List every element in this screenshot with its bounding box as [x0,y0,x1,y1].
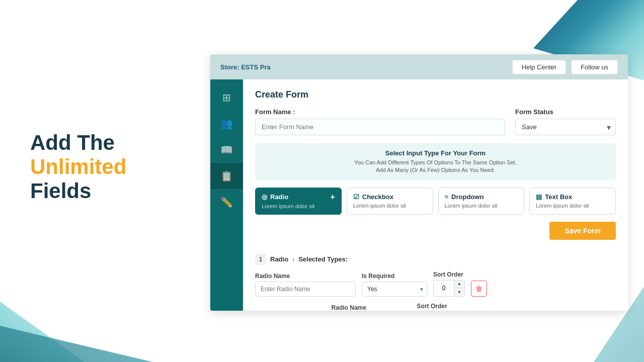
sort-order-group: Sort Order 0 ▲ ▼ [433,271,465,297]
textbox-card-title: ▤ Text Box [536,193,572,201]
trash-icon: 🗑 [475,285,482,293]
form-name-input[interactable] [255,119,505,135]
chevron-icon: › [292,256,294,263]
radio-name-group: Radio Name [255,273,356,297]
delete-field-button[interactable]: 🗑 [471,281,487,297]
dashboard-icon: ⊞ [222,92,231,104]
value-sort-order-label: Sort Order [417,303,449,310]
checkbox-icon: ☑ [353,193,359,201]
help-center-button[interactable]: Help Center [512,60,566,74]
form-status-group: Form Status Save [515,108,616,135]
main-area: ⊞ 👥 📖 📋 ✏️ Create Form Form Name : [210,79,628,311]
radio-name-field-input[interactable] [255,282,356,297]
dropdown-icon: ≡ [445,193,449,201]
sort-down-button[interactable]: ▼ [454,288,464,296]
follow-us-button[interactable]: Follow us [571,60,618,74]
dropdown-card-header: ≡ Dropdown [445,193,518,201]
dropdown-card-title: ≡ Dropdown [445,193,484,201]
value-radio-name-group: Radio Name [332,304,412,311]
dropdown-card-desc: Lorem ipsum dolor sit [445,203,518,209]
edit-icon: ✏️ [220,196,233,208]
form-header-row: Form Name : Form Status Save [255,108,616,135]
sidebar-item-catalog[interactable]: 📖 [210,137,243,163]
sidebar-item-forms[interactable]: 📋 [210,163,243,189]
is-required-group: Is Required Yes [362,273,427,297]
sidebar-item-users[interactable]: 👥 [210,111,243,137]
headline-line2: Unlimited [30,155,126,179]
sort-up-button[interactable]: ▲ [454,280,464,288]
radio-field-row: Radio Name Is Required Yes Sort Order 0 [255,271,616,297]
store-label: Store: ESTS Pra [220,63,271,71]
is-required-select-wrapper: Yes [362,282,427,297]
sort-arrows: ▲ ▼ [454,280,464,296]
headline: Add The Unlimited Fields [30,131,126,203]
radio-icon: ◎ [262,193,267,201]
radio-card-header: ◎ Radio + [262,193,335,201]
forms-icon: 📋 [220,170,233,182]
step-badge: 1 [255,254,266,265]
input-type-cards: ◎ Radio + Lorem ipsum dolor sit ☑ Checkb… [255,188,616,215]
top-bar-buttons: Help Center Follow us [512,60,618,74]
input-card-checkbox[interactable]: ☑ Checkbox Lorem ipsum dolor sit [347,188,433,215]
radio-card-desc: Lorem ipsum dolor sit [262,203,335,209]
radio-name-field-label: Radio Name [255,273,356,280]
checkbox-card-title: ☑ Checkbox [353,193,393,201]
add-value-row: + Add Value Radio Name Sort Order 0 ▲ ▼ [255,303,616,311]
radio-add-button[interactable]: + [330,193,335,201]
select-input-type-desc2: Add As Many (Or As Few) Options As You N… [263,166,608,174]
value-radio-name-label: Radio Name [332,304,412,311]
headline-line3: Fields [30,179,126,203]
select-input-type-box: Select Input Type For Your Form You Can … [255,143,616,180]
page-title: Create Form [255,89,616,100]
checkbox-card-header: ☑ Checkbox [353,193,427,201]
headline-line1: Add The [30,131,126,155]
input-card-textbox[interactable]: ▤ Text Box Lorem ipsum dolor sit [529,188,616,215]
save-form-button[interactable]: Save Form [549,222,616,240]
checkbox-card-desc: Lorem ipsum dolor sit [353,203,427,209]
content-area: Create Form Form Name : Form Status Save [243,79,628,311]
form-name-label: Form Name : [255,108,505,116]
form-name-group: Form Name : [255,108,505,135]
textbox-card-desc: Lorem ipsum dolor sit [536,203,609,209]
form-status-select[interactable]: Save [515,119,616,135]
step-sublabel: Selected Types: [298,255,348,263]
sort-order-control: 0 ▲ ▼ [433,280,465,297]
is-required-label: Is Required [362,273,427,280]
top-bar: Store: ESTS Pra Help Center Follow us [210,54,628,79]
input-card-dropdown[interactable]: ≡ Dropdown Lorem ipsum dolor sit [438,188,525,215]
selected-types-header: 1 Radio › Selected Types: [255,254,616,265]
users-icon: 👥 [220,118,233,130]
form-status-label: Form Status [515,108,616,116]
input-card-radio[interactable]: ◎ Radio + Lorem ipsum dolor sit [255,188,342,215]
catalog-icon: 📖 [220,144,233,156]
textbox-card-header: ▤ Text Box [536,193,609,201]
textbox-icon: ▤ [536,193,542,201]
select-input-type-desc1: You Can Add Different Types Of Options T… [263,159,608,166]
is-required-select[interactable]: Yes [362,282,427,297]
sort-order-label: Sort Order [433,271,465,278]
bg-decoration-bottom-left2 [0,272,191,362]
sort-order-input[interactable]: 0 [434,281,454,296]
sidebar: ⊞ 👥 📖 📋 ✏️ [210,79,243,311]
radio-card-title: ◎ Radio [262,193,288,201]
sidebar-item-dashboard[interactable]: ⊞ [210,84,243,111]
step-label: Radio [270,255,288,263]
form-status-select-wrapper: Save [515,119,616,135]
value-sort-order-group: Sort Order 0 ▲ ▼ [417,303,449,311]
sidebar-item-edit[interactable]: ✏️ [210,189,243,215]
app-panel: Store: ESTS Pra Help Center Follow us ⊞ … [210,54,628,311]
select-input-type-heading: Select Input Type For Your Form [263,149,608,157]
